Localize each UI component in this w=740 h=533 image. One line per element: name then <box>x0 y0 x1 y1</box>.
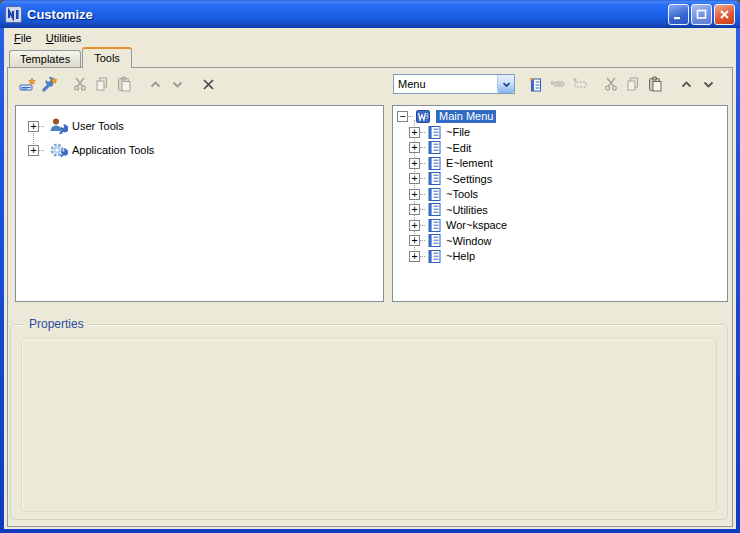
tree-item-label: ~Utilities <box>446 204 488 216</box>
tools-tab-page: Menu <box>7 67 733 527</box>
tree-item-label: User Tools <box>72 120 124 132</box>
cut-icon[interactable] <box>69 72 91 96</box>
menu-item-icon <box>428 203 442 216</box>
copy-icon[interactable] <box>622 72 644 96</box>
menu-item-icon <box>428 188 442 201</box>
tree-item-label: ~File <box>446 126 470 138</box>
paste-icon[interactable] <box>644 72 666 96</box>
move-up-icon[interactable] <box>144 72 166 96</box>
menu-tree: − Main Menu + ~File + <box>393 106 727 264</box>
maximize-button[interactable] <box>691 4 712 25</box>
window-title: Customize <box>27 7 668 22</box>
cut-icon[interactable] <box>600 72 622 96</box>
tools-tree: + User Tools + <box>16 106 383 162</box>
collapse-icon[interactable]: − <box>397 111 408 122</box>
expand-icon[interactable]: + <box>409 158 420 169</box>
main-menu-icon <box>416 110 430 123</box>
tree-item-label: ~Help <box>446 250 475 262</box>
expand-icon[interactable]: + <box>28 145 39 156</box>
delete-icon[interactable] <box>197 72 219 96</box>
new-menu-icon[interactable] <box>525 72 547 96</box>
new-toolbar-icon[interactable] <box>16 72 38 96</box>
menu-item-icon <box>428 126 442 139</box>
tree-item-label: ~Settings <box>446 173 492 185</box>
tab-tools[interactable]: Tools <box>82 47 132 68</box>
properties-group: Properties <box>10 324 728 520</box>
user-tools-icon <box>48 117 68 135</box>
tree-item-label: ~Window <box>446 235 492 247</box>
menu-item-icon <box>428 250 442 263</box>
properties-content <box>21 338 717 512</box>
menu-type-combobox[interactable]: Menu <box>393 74 515 94</box>
tree-item-label: ~Edit <box>446 142 471 154</box>
tools-tree-panel[interactable]: + User Tools + <box>15 105 384 302</box>
expand-icon[interactable]: + <box>409 204 420 215</box>
tree-item-user-tools[interactable]: + User Tools <box>28 114 383 138</box>
properties-label: Properties <box>25 317 88 331</box>
expand-icon[interactable]: + <box>409 189 420 200</box>
tab-templates[interactable]: Templates <box>9 50 81 68</box>
customize-dialog: Customize File Utilities Templates Tools <box>0 0 740 533</box>
tree-root-label: Main Menu <box>436 110 496 123</box>
expand-icon[interactable]: + <box>409 235 420 246</box>
tools-toolbar <box>16 72 219 96</box>
tree-item-workspace[interactable]: + Wor~kspace <box>397 218 727 234</box>
move-down-icon[interactable] <box>166 72 188 96</box>
menu-utilities[interactable]: Utilities <box>40 30 89 46</box>
application-tools-icon <box>48 141 68 159</box>
tree-item-label: Application Tools <box>72 144 154 156</box>
menu-item-icon <box>428 234 442 247</box>
menu-tree-panel[interactable]: − Main Menu + ~File + <box>392 105 728 302</box>
combo-dropdown-button[interactable] <box>497 75 514 93</box>
expand-icon[interactable]: + <box>28 121 39 132</box>
tree-item-label: ~Tools <box>446 188 478 200</box>
new-tool-icon[interactable] <box>38 72 60 96</box>
move-down-icon[interactable] <box>697 72 719 96</box>
expand-icon[interactable]: + <box>409 127 420 138</box>
menu-item-icon <box>428 219 442 232</box>
move-up-icon[interactable] <box>675 72 697 96</box>
menu-item-icon <box>428 172 442 185</box>
menu-item-icon <box>428 157 442 170</box>
tree-item-application-tools[interactable]: + Application Tools <box>28 138 383 162</box>
paste-icon[interactable] <box>113 72 135 96</box>
close-button[interactable] <box>714 4 735 25</box>
menu-item-icon <box>428 141 442 154</box>
title-bar[interactable]: Customize <box>0 0 740 28</box>
tree-item-edit[interactable]: + ~Edit <box>397 140 727 156</box>
insert-separator-icon[interactable] <box>547 72 569 96</box>
minimize-button[interactable] <box>668 4 689 25</box>
menu-toolbar: Menu <box>393 72 719 96</box>
tree-item-settings[interactable]: + ~Settings <box>397 171 727 187</box>
tree-item-label: E~lement <box>446 157 493 169</box>
combo-value: Menu <box>394 78 497 90</box>
tree-item-tools[interactable]: + ~Tools <box>397 187 727 203</box>
tree-item-window[interactable]: + ~Window <box>397 233 727 249</box>
new-item-icon[interactable] <box>569 72 591 96</box>
expand-icon[interactable]: + <box>409 251 420 262</box>
tree-item-file[interactable]: + ~File <box>397 125 727 141</box>
tree-item-utilities[interactable]: + ~Utilities <box>397 202 727 218</box>
tree-item-label: Wor~kspace <box>446 219 507 231</box>
tree-root-main-menu[interactable]: − Main Menu <box>397 109 727 125</box>
toolbar-row: Menu <box>8 68 732 104</box>
app-icon <box>5 6 22 23</box>
expand-icon[interactable]: + <box>409 220 420 231</box>
expand-icon[interactable]: + <box>409 142 420 153</box>
tree-item-element[interactable]: + E~lement <box>397 156 727 172</box>
copy-icon[interactable] <box>91 72 113 96</box>
menu-bar: File Utilities <box>4 28 736 47</box>
tree-item-help[interactable]: + ~Help <box>397 249 727 265</box>
expand-icon[interactable]: + <box>409 173 420 184</box>
tab-strip: Templates Tools <box>4 47 736 67</box>
menu-file[interactable]: File <box>8 30 40 46</box>
client-area: File Utilities Templates Tools <box>4 28 736 529</box>
